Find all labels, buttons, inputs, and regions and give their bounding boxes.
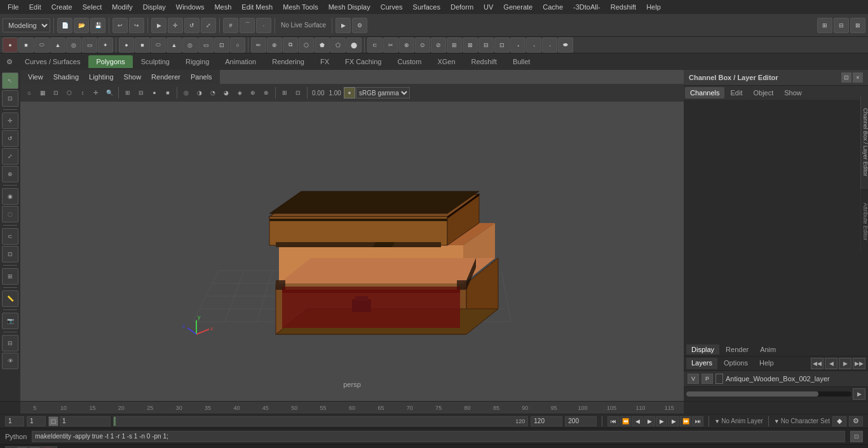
- ico-fill[interactable]: ⬩: [510, 37, 526, 53]
- menu-select[interactable]: Select: [78, 2, 107, 12]
- ico-torus[interactable]: ◎: [66, 37, 81, 53]
- ch-tab-object[interactable]: Object: [748, 87, 778, 98]
- tab-xgen[interactable]: XGen: [430, 55, 463, 68]
- vp-menu-shading[interactable]: Shading: [48, 72, 84, 82]
- vp-anti[interactable]: ◈: [233, 86, 246, 99]
- layer-scrollbar[interactable]: ▶: [684, 387, 868, 401]
- timeline-slider[interactable]: 120: [113, 416, 528, 426]
- menu-curves[interactable]: Curves: [376, 2, 408, 12]
- tab-rigging[interactable]: Rigging: [178, 55, 217, 68]
- rotate-tool-btn[interactable]: ↺: [2, 130, 18, 147]
- menu-mesh-display[interactable]: Mesh Display: [323, 2, 376, 12]
- soft-select-btn[interactable]: ◉: [2, 188, 18, 205]
- vp-menu-lighting[interactable]: Lighting: [84, 72, 119, 82]
- ico-connect[interactable]: ⊕: [267, 37, 282, 53]
- ico-special[interactable]: ✦: [98, 37, 113, 53]
- menu-3dtall[interactable]: -3DtoAll-: [568, 2, 606, 12]
- menu-cache[interactable]: Cache: [538, 2, 568, 12]
- menu-mesh[interactable]: Mesh: [209, 2, 236, 12]
- layout-btn-2[interactable]: ⊟: [834, 18, 849, 33]
- ico-extrude[interactable]: ⬡: [299, 37, 314, 53]
- vp-color-mode[interactable]: ●: [344, 87, 355, 98]
- paint-select-btn[interactable]: ⊡: [2, 90, 18, 107]
- tab-fx[interactable]: FX: [313, 55, 337, 68]
- tab-custom[interactable]: Custom: [390, 55, 430, 68]
- render-btn[interactable]: ▶: [336, 18, 351, 33]
- pb-play-back[interactable]: ▶: [644, 416, 655, 426]
- status-prefs-btn[interactable]: ⚙: [849, 416, 863, 426]
- vp-flat[interactable]: ■: [161, 86, 174, 99]
- vp-track[interactable]: ✛: [90, 86, 102, 99]
- ico-retopo[interactable]: ⬬: [558, 37, 573, 53]
- ico-reduce[interactable]: ⬪: [526, 37, 541, 53]
- layout-btn-3[interactable]: ⊠: [850, 18, 865, 33]
- vp-wireframe[interactable]: ⊞: [121, 86, 134, 99]
- ico-separate[interactable]: ⊡: [494, 37, 510, 53]
- ico-mirror[interactable]: ⊞: [447, 37, 462, 53]
- timeline-numbers[interactable]: 5 10 15 20 25 30 35 40 45 50 55 60 65 70…: [20, 402, 684, 414]
- select-btn[interactable]: ▶: [151, 18, 166, 33]
- menu-redshift[interactable]: Redshift: [606, 2, 641, 12]
- layer-tab-display[interactable]: Display: [686, 344, 719, 355]
- layer-last-btn[interactable]: ▶▶: [853, 358, 865, 369]
- char-set-arrow[interactable]: ▼: [774, 418, 780, 424]
- ico-boolean[interactable]: ⊠: [463, 37, 478, 53]
- vp-shadow[interactable]: ◑: [193, 86, 206, 99]
- vp-dolly[interactable]: 🔍: [103, 86, 116, 99]
- tab-bullet[interactable]: Bullet: [505, 55, 538, 68]
- workspace-select[interactable]: Modeling: [3, 18, 50, 32]
- layer-menu-help[interactable]: Help: [754, 358, 779, 369]
- show-hide-btn[interactable]: 👁: [2, 353, 18, 369]
- layer-visibility-btn[interactable]: V: [688, 374, 699, 384]
- vp-motion-blur[interactable]: ⊗: [260, 86, 273, 99]
- viewport[interactable]: View Shading Lighting Show Renderer Pane…: [20, 70, 684, 401]
- ico-pen[interactable]: ✏: [251, 37, 266, 53]
- ico-multi[interactable]: ⧉: [283, 37, 298, 53]
- ico-sphere[interactable]: ●: [3, 37, 18, 53]
- vp-menu-renderer[interactable]: Renderer: [146, 72, 186, 82]
- ico-combine[interactable]: ⊟: [478, 37, 494, 53]
- tab-redshift[interactable]: Redshift: [464, 55, 505, 68]
- vp-ssao[interactable]: ◕: [220, 86, 233, 99]
- tab-sculpting[interactable]: Sculpting: [133, 55, 177, 68]
- scale-btn[interactable]: ⤢: [201, 18, 216, 33]
- timeline-playhead[interactable]: [114, 417, 116, 426]
- pb-next-key[interactable]: ⏩: [680, 416, 691, 426]
- ico-remesh[interactable]: ⬫: [542, 37, 557, 53]
- menu-help[interactable]: Help: [641, 2, 666, 12]
- ico-poly-sphere[interactable]: ●: [119, 37, 134, 53]
- lasso-btn[interactable]: ⊂: [2, 228, 18, 245]
- layer-new-btn[interactable]: ◀◀: [811, 358, 824, 369]
- pb-prev-frame[interactable]: ◀: [632, 416, 643, 426]
- ico-loop[interactable]: ⊂: [367, 37, 383, 53]
- ico-cube[interactable]: ■: [18, 37, 34, 53]
- menu-modify[interactable]: Modify: [107, 2, 137, 12]
- menu-mesh-tools[interactable]: Mesh Tools: [278, 2, 323, 12]
- channel-close-btn[interactable]: ×: [853, 72, 863, 83]
- tab-polygons[interactable]: Polygons: [88, 55, 132, 68]
- vp-smooth-wire[interactable]: ⊟: [135, 86, 147, 99]
- ico-cone[interactable]: ▲: [50, 37, 65, 53]
- pb-go-start[interactable]: ⏮: [607, 416, 619, 426]
- vp-cam-home[interactable]: ⌂: [23, 86, 36, 99]
- ico-poly-cube[interactable]: ■: [135, 37, 150, 53]
- python-input[interactable]: [32, 431, 845, 442]
- move-tool-btn[interactable]: ✛: [2, 112, 18, 129]
- ico-bevel[interactable]: ⬟: [315, 37, 330, 53]
- layer-scroll-right-btn[interactable]: ▶: [853, 388, 865, 400]
- menu-deform[interactable]: Deform: [445, 2, 478, 12]
- menu-generate[interactable]: Generate: [498, 2, 538, 12]
- vp-dof[interactable]: ⊕: [247, 86, 259, 99]
- pb-next-frame[interactable]: ▶: [668, 416, 679, 426]
- measure-btn[interactable]: 📏: [2, 290, 18, 307]
- pb-play-fwd[interactable]: ▶: [656, 416, 667, 426]
- tab-fx-caching[interactable]: FX Caching: [337, 55, 389, 68]
- ico-split[interactable]: ⊘: [431, 37, 446, 53]
- select-tool-btn[interactable]: ↖: [2, 72, 18, 89]
- python-run-btn[interactable]: ⊡: [850, 431, 863, 442]
- layer-scroll-thumb[interactable]: [686, 391, 818, 397]
- tab-curves-surfaces[interactable]: Curves / Surfaces: [17, 55, 88, 68]
- redo-btn[interactable]: ↪: [129, 18, 144, 33]
- ico-smooth[interactable]: ⬤: [346, 37, 362, 53]
- sculpt-btn[interactable]: ◌: [2, 206, 18, 222]
